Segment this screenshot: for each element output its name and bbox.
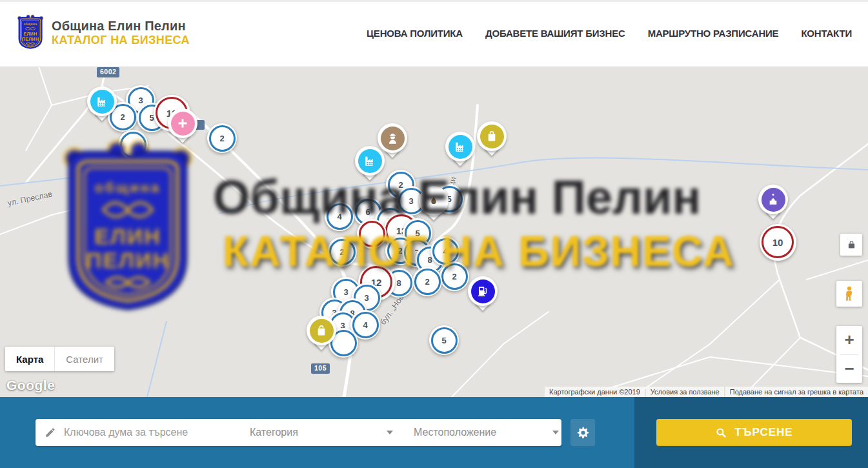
cluster-marker[interactable]: [357, 219, 387, 249]
category-select[interactable]: Категория: [239, 419, 403, 446]
top-strip: [0, 0, 868, 2]
svg-text:ЕЛИН: ЕЛИН: [24, 32, 37, 36]
cluster-marker[interactable]: 5: [429, 325, 459, 355]
nav-item-contacts[interactable]: КОНТАКТИ: [801, 28, 852, 39]
pin-marker-fuel[interactable]: [467, 276, 498, 316]
search-icon: [715, 427, 727, 439]
cluster-marker[interactable]: 10: [760, 224, 796, 261]
nav-item-pricing[interactable]: ЦЕНОВА ПОЛИТИКА: [367, 28, 463, 39]
lock-button[interactable]: [840, 234, 862, 256]
attribution-terms-link[interactable]: Условия за ползване: [646, 387, 724, 397]
header: община ЕЛИН ПЕЛИН Община Елин Пелин КАТА…: [0, 0, 868, 67]
advanced-search-button[interactable]: [570, 419, 595, 446]
pin-marker-factory[interactable]: [445, 132, 476, 172]
street-view-pegman-button[interactable]: [836, 281, 862, 307]
google-logo[interactable]: Google: [6, 378, 55, 393]
cluster-marker[interactable]: [118, 130, 148, 159]
svg-text:община: община: [24, 22, 37, 26]
brand-title: Община Елин Пелин: [52, 19, 190, 34]
nav-item-add-business[interactable]: ДОБАВЕТЕ ВАШИЯТ БИЗНЕС: [485, 28, 625, 39]
keyword-field: [35, 419, 239, 446]
pin-marker-church[interactable]: [758, 185, 789, 225]
svg-text:ПЕЛИН: ПЕЛИН: [22, 37, 39, 41]
attribution-copyright: Картографски данни ©2019: [545, 387, 645, 397]
zoom-in-button[interactable]: +: [836, 326, 862, 354]
attribution-report-error-link[interactable]: Подаване на сигнал за грешка в картата: [725, 387, 868, 397]
cluster-marker[interactable]: 2: [412, 267, 442, 296]
cluster-marker[interactable]: 4: [325, 201, 354, 231]
pegman-icon: [842, 285, 856, 302]
search-field-group: Категория Местоположение: [35, 419, 561, 446]
map-type-control: Карта Сателит: [5, 347, 114, 371]
main-nav: ЦЕНОВА ПОЛИТИКА ДОБАВЕТЕ ВАШИЯТ БИЗНЕС М…: [367, 0, 852, 66]
keyword-input[interactable]: [63, 426, 239, 439]
pin-marker-factory[interactable]: [354, 146, 385, 186]
gear-icon: [576, 426, 590, 440]
pin-marker-plus[interactable]: [167, 108, 198, 148]
municipality-crest-icon: община ЕЛИН ПЕЛИН: [15, 14, 45, 52]
zoom-control: + −: [836, 326, 862, 383]
brand-logo[interactable]: община ЕЛИН ПЕЛИН Община Елин Пелин КАТА…: [15, 14, 190, 52]
map-type-map-button[interactable]: Карта: [5, 347, 54, 371]
location-select[interactable]: Местоположение: [403, 419, 569, 446]
chevron-down-icon: [387, 431, 393, 434]
map-markers-layer: 3251222356471352278422812333834510: [0, 66, 868, 397]
search-bar: Категория Местоположение ТЪРСЕНЕ: [0, 397, 868, 468]
zoom-out-button[interactable]: −: [836, 355, 862, 383]
brand-subtitle: КАТАЛОГ НА БИЗНЕСА: [52, 34, 190, 47]
cluster-marker[interactable]: 2: [327, 237, 357, 267]
cluster-marker[interactable]: 2: [207, 123, 237, 153]
search-button[interactable]: ТЪРСЕНЕ: [656, 419, 852, 446]
location-select-label: Местоположение: [414, 427, 496, 438]
map-type-satellite-button[interactable]: Сателит: [54, 347, 114, 371]
map-attribution: Картографски данни ©2019 Условия за полз…: [545, 387, 868, 397]
cluster-marker[interactable]: 2: [439, 261, 469, 291]
map-canvas[interactable]: 3251222356471352278422812333834510 60021…: [0, 66, 868, 397]
category-select-label: Категория: [250, 427, 298, 438]
chevron-down-icon: [552, 431, 559, 434]
lock-icon: [846, 239, 857, 250]
pin-marker-bag[interactable]: [476, 121, 507, 161]
search-button-label: ТЪРСЕНЕ: [734, 426, 792, 439]
pencil-icon: [45, 427, 56, 438]
nav-item-bus-schedule[interactable]: МАРШРУТНО РАЗПИСАНИЕ: [648, 28, 779, 39]
